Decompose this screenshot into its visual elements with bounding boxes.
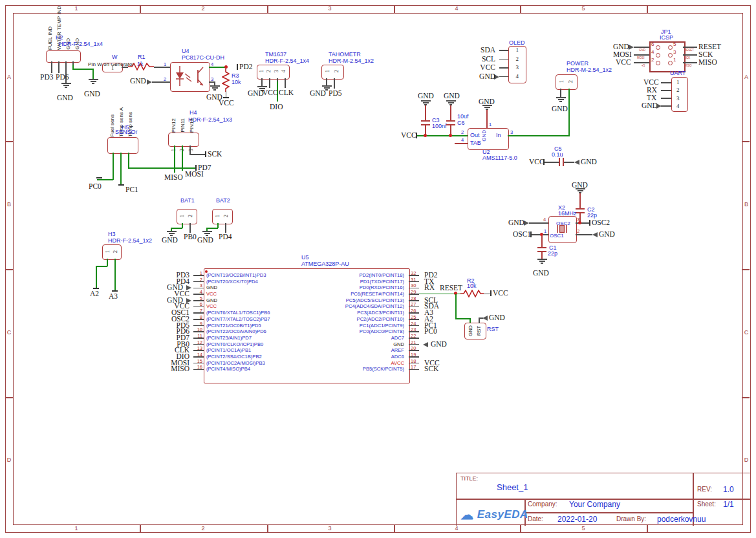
bat2-ref[interactable]: BAT2 bbox=[216, 198, 230, 204]
net-label[interactable]: RX bbox=[424, 284, 435, 290]
wire[interactable] bbox=[128, 167, 196, 169]
uart-ref[interactable]: UART bbox=[670, 70, 686, 77]
wire[interactable] bbox=[579, 193, 581, 208]
net-label[interactable]: OSC1 bbox=[513, 231, 531, 238]
u5-pin-row[interactable]: 27 SDA bbox=[409, 303, 473, 310]
sheet-value[interactable]: 1/1 bbox=[723, 500, 734, 509]
u5-pin-row[interactable]: PD3 1 bbox=[142, 272, 204, 279]
capacitor-symbol[interactable] bbox=[446, 120, 455, 125]
h3-footprint[interactable]: HDR-F-2.54_1x2 bbox=[108, 238, 152, 244]
pin-stub[interactable] bbox=[455, 143, 468, 144]
u5-pin-row[interactable]: 23 PC0 bbox=[409, 328, 473, 335]
u5-pin-row[interactable]: 24 PC1 bbox=[409, 323, 473, 329]
schematic-sheet[interactable]: 12345 12345 ABCD ABCD FUEL INDWATER TEMP… bbox=[0, 0, 756, 538]
net-label[interactable]: A2 bbox=[90, 290, 99, 297]
net-label[interactable]: GND bbox=[508, 219, 524, 226]
net-label[interactable]: MISO bbox=[698, 59, 717, 66]
wire[interactable] bbox=[541, 236, 543, 247]
net-label[interactable]: PD3 bbox=[40, 74, 53, 81]
sheet-title[interactable]: Sheet_1 bbox=[497, 482, 528, 492]
pin-stub[interactable] bbox=[683, 47, 697, 48]
wire[interactable] bbox=[189, 154, 206, 155]
u5-pin-row[interactable]: 28 SCL bbox=[409, 297, 473, 304]
wire[interactable] bbox=[450, 105, 451, 120]
wire[interactable] bbox=[120, 153, 122, 185]
u5-pin-row[interactable]: 32 PD2 bbox=[409, 272, 473, 279]
net-label[interactable]: GND bbox=[489, 314, 505, 321]
u2-value[interactable]: AMS1117-5.0 bbox=[482, 155, 517, 162]
u5-pin-row[interactable]: PD5 9 bbox=[142, 323, 204, 329]
net-label[interactable]: GND bbox=[642, 102, 658, 109]
net-label[interactable]: RESET bbox=[440, 285, 462, 292]
pin-stub[interactable] bbox=[634, 62, 649, 63]
u5-pin-row[interactable]: 26 A3 bbox=[409, 310, 473, 316]
net-label[interactable]: GND bbox=[444, 92, 460, 100]
net-label[interactable]: MOSI bbox=[613, 51, 632, 58]
gnd-symbol[interactable] bbox=[537, 259, 547, 264]
net-label[interactable]: RESET bbox=[698, 43, 721, 50]
pin-stub[interactable] bbox=[152, 81, 170, 83]
r1-ref[interactable]: R1 bbox=[138, 54, 146, 61]
sensor-name[interactable]: SENSOr bbox=[115, 129, 138, 136]
u5-pin-row[interactable]: 18 VCC bbox=[409, 360, 473, 367]
net-label[interactable]: TX bbox=[647, 94, 656, 102]
u5-pin-row[interactable]: GND 3 bbox=[142, 285, 204, 291]
pin-stub[interactable] bbox=[683, 62, 697, 63]
net-label[interactable]: SCK bbox=[208, 151, 222, 158]
u5-pin-row[interactable]: OSC2 8 bbox=[142, 316, 204, 323]
resistor-symbol[interactable] bbox=[460, 290, 484, 297]
u5-pin-row[interactable]: 21 GND bbox=[409, 341, 473, 348]
wire[interactable] bbox=[189, 223, 191, 233]
oled-row[interactable]: GND 4 bbox=[473, 73, 525, 82]
u5-pin-row[interactable]: 20 bbox=[409, 347, 473, 354]
net-label[interactable]: VCC bbox=[263, 89, 278, 96]
net-label[interactable]: SCK bbox=[698, 51, 713, 58]
u5-pin-row[interactable]: PD6 10 bbox=[142, 328, 204, 335]
u5-pin-row[interactable]: PB0 12 bbox=[142, 341, 204, 348]
wire[interactable] bbox=[128, 153, 129, 168]
net-label[interactable]: OSC2 bbox=[592, 219, 610, 226]
pin-stub[interactable] bbox=[661, 90, 671, 91]
pin-stub[interactable] bbox=[661, 98, 671, 99]
c6-ref[interactable]: C6 bbox=[457, 120, 465, 127]
net-label[interactable]: PD4 bbox=[219, 233, 232, 241]
net-label[interactable]: SDA bbox=[481, 47, 495, 54]
wire[interactable] bbox=[545, 162, 559, 163]
net-label[interactable]: GND bbox=[479, 73, 495, 80]
wire[interactable] bbox=[96, 266, 107, 267]
u5-pin-row[interactable]: CLK 13 bbox=[142, 347, 204, 354]
w-connector[interactable]: 1 bbox=[102, 63, 123, 72]
wire[interactable] bbox=[171, 228, 182, 229]
u4-value[interactable]: PC817C-CU-DH bbox=[182, 55, 224, 61]
net-label[interactable]: GND bbox=[248, 90, 264, 97]
pin-stub[interactable] bbox=[661, 105, 671, 107]
pin-stub[interactable] bbox=[634, 54, 649, 56]
date-value[interactable]: 2022-01-20 bbox=[557, 515, 597, 524]
net-label[interactable]: GND bbox=[130, 78, 146, 85]
capacitor-symbol[interactable] bbox=[576, 208, 585, 213]
net-label[interactable]: SCL bbox=[482, 56, 495, 63]
resistor-symbol[interactable] bbox=[128, 63, 154, 70]
net-label[interactable]: DIO bbox=[270, 103, 283, 111]
wire[interactable] bbox=[114, 259, 116, 291]
net-label[interactable]: PC0 bbox=[424, 328, 437, 334]
pin-stub[interactable] bbox=[285, 78, 286, 88]
capacitor-symbol[interactable] bbox=[559, 158, 564, 166]
wire[interactable] bbox=[113, 153, 114, 180]
gnd-symbol[interactable] bbox=[556, 97, 566, 103]
gnd-symbol[interactable] bbox=[88, 79, 98, 85]
wire[interactable] bbox=[174, 145, 175, 173]
bat1-ref[interactable]: BAT1 bbox=[180, 198, 195, 204]
net-label[interactable]: PC1 bbox=[125, 186, 138, 193]
h2-footprint[interactable]: HDR-F-2.54_1x4 bbox=[59, 41, 103, 48]
wire[interactable] bbox=[455, 294, 457, 319]
wire[interactable] bbox=[564, 162, 574, 163]
pin-stub[interactable] bbox=[529, 222, 548, 224]
wire[interactable] bbox=[182, 145, 183, 171]
net-label[interactable]: GND bbox=[613, 43, 629, 50]
wire[interactable] bbox=[189, 145, 191, 155]
net-label[interactable]: RX bbox=[647, 87, 657, 94]
wire[interactable] bbox=[455, 318, 470, 319]
net-label[interactable]: GND bbox=[310, 90, 326, 97]
wire[interactable] bbox=[97, 179, 113, 180]
